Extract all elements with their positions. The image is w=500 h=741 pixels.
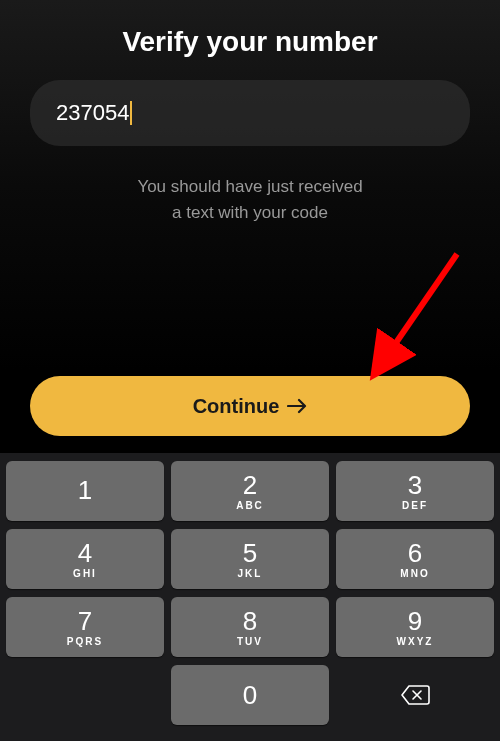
arrow-right-icon — [287, 398, 307, 414]
key-number: 0 — [243, 682, 257, 708]
svg-line-1 — [380, 254, 457, 366]
numeric-keypad: 1 2 ABC 3 DEF 4 GHI 5 JKL 6 MNO 7 PQRS — [0, 453, 500, 741]
key-letters: GHI — [73, 568, 97, 579]
keypad-key-6[interactable]: 6 MNO — [336, 529, 494, 589]
keypad-key-0[interactable]: 0 — [171, 665, 329, 725]
key-letters: JKL — [238, 568, 263, 579]
continue-button[interactable]: Continue — [30, 376, 470, 436]
key-number: 1 — [78, 477, 92, 503]
key-letters: ABC — [236, 500, 264, 511]
page-title: Verify your number — [0, 0, 500, 80]
key-number: 9 — [408, 608, 422, 634]
key-letters: DEF — [402, 500, 428, 511]
key-letters: MNO — [400, 568, 429, 579]
key-letters: WXYZ — [397, 636, 434, 647]
key-number: 5 — [243, 540, 257, 566]
key-number: 3 — [408, 472, 422, 498]
keypad-key-7[interactable]: 7 PQRS — [6, 597, 164, 657]
key-letters: TUV — [237, 636, 263, 647]
key-number: 6 — [408, 540, 422, 566]
key-number: 8 — [243, 608, 257, 634]
keypad-key-4[interactable]: 4 GHI — [6, 529, 164, 589]
keypad-key-2[interactable]: 2 ABC — [171, 461, 329, 521]
keypad-delete-button[interactable] — [336, 665, 494, 725]
keypad-key-1[interactable]: 1 — [6, 461, 164, 521]
keypad-key-5[interactable]: 5 JKL — [171, 529, 329, 589]
text-cursor — [130, 101, 132, 125]
key-number: 2 — [243, 472, 257, 498]
keypad-spacer — [6, 665, 164, 725]
helper-text-line1: You should have just received — [137, 177, 362, 196]
keypad-key-8[interactable]: 8 TUV — [171, 597, 329, 657]
keypad-key-3[interactable]: 3 DEF — [336, 461, 494, 521]
helper-text-line2: a text with your code — [172, 203, 328, 222]
code-value: 237054 — [56, 100, 129, 126]
verification-code-input[interactable]: 237054 — [30, 80, 470, 146]
key-number: 4 — [78, 540, 92, 566]
keypad-key-9[interactable]: 9 WXYZ — [336, 597, 494, 657]
continue-label: Continue — [193, 395, 280, 418]
key-letters: PQRS — [67, 636, 103, 647]
annotation-arrow-icon — [362, 246, 472, 386]
backspace-icon — [400, 684, 430, 706]
helper-text: You should have just received a text wit… — [0, 146, 500, 225]
key-number: 7 — [78, 608, 92, 634]
